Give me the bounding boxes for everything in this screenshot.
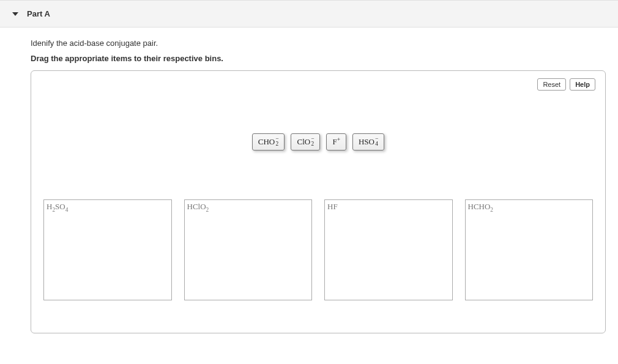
draggable-cho2[interactable]: CHO−2 [252, 133, 285, 150]
bin-label: HF [327, 202, 338, 212]
draggable-clo2[interactable]: ClO−2 [291, 133, 320, 150]
draggable-hso4[interactable]: HSO−4 [352, 133, 384, 150]
draggables-row: CHO−2 ClO−2 F+ HSO−4 [41, 133, 595, 150]
help-button[interactable]: Help [570, 78, 595, 91]
workspace-toolbar: Reset Help [41, 78, 595, 91]
part-header[interactable]: Part A [0, 0, 618, 28]
question-area: Idenify the acid-base conjugate pair. Dr… [0, 39, 618, 333]
workspace: Reset Help CHO−2 ClO−2 F+ HSO−4 H2SO4 HC… [31, 70, 606, 333]
bin-h2so4[interactable]: H2SO4 [43, 199, 172, 300]
bin-label: H2SO4 [47, 202, 68, 212]
bin-hf[interactable]: HF [324, 199, 453, 300]
draggable-fplus[interactable]: F+ [326, 133, 346, 150]
collapse-triangle-icon [12, 12, 18, 16]
reset-button[interactable]: Reset [537, 78, 566, 91]
prompt-text: Idenify the acid-base conjugate pair. [31, 39, 606, 48]
bin-label: HClO2 [187, 202, 209, 212]
instruction-text: Drag the appropriate items to their resp… [31, 54, 606, 63]
bin-hclo2[interactable]: HClO2 [184, 199, 313, 300]
bins-row: H2SO4 HClO2 HF HCHO2 [41, 199, 595, 300]
part-title: Part A [27, 9, 50, 18]
bin-label: HCHO2 [468, 202, 494, 212]
bin-hcho2[interactable]: HCHO2 [465, 199, 594, 300]
